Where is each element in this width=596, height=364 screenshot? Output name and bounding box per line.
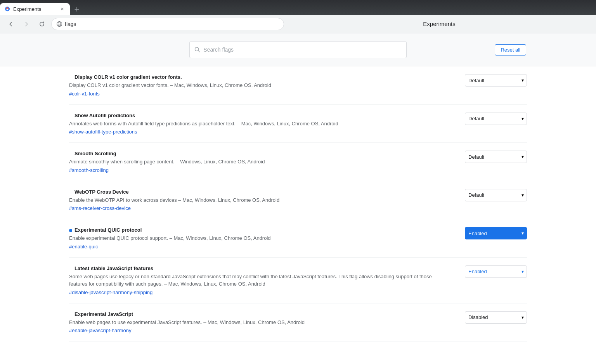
flag-link[interactable]: #enable-javascript-harmony [69,328,131,333]
flag-title: Latest stable JavaScript features [69,265,449,271]
active-tab[interactable]: Experiments ✕ [0,3,70,15]
flag-item: Experimental JavaScript Enable web pages… [69,303,527,342]
flag-item: WebOTP Cross Device Enable the WebOTP AP… [69,181,527,220]
flag-title: Display COLR v1 color gradient vector fo… [69,74,449,80]
flag-description: Enable experimental QUIC protocol suppor… [69,234,449,242]
flag-description: Enable the WebOTP API to work across dev… [69,196,449,204]
flag-description: Display COLR v1 color gradient vector fo… [69,81,449,89]
flag-title: Smooth Scrolling [69,151,449,156]
flag-link[interactable]: #enable-quic [69,244,98,250]
address-bar[interactable]: flags [51,18,284,30]
flag-control: DefaultEnabledDisabled [465,74,527,87]
tab-close-button[interactable]: ✕ [59,6,65,12]
flag-select-wrapper: DefaultEnabledDisabled [465,265,527,278]
refresh-button[interactable] [36,18,48,30]
flag-link[interactable]: #show-autofill-type-predictions [69,129,137,135]
search-input[interactable] [203,47,402,53]
flag-link[interactable]: #disable-javascript-harmony-shipping [69,289,152,295]
flag-item-content: Experimental QUIC protocol Enable experi… [69,227,465,250]
flag-select-wrapper: DefaultEnabledDisabled [465,113,527,125]
flag-control: DefaultEnabledDisabled [465,265,527,278]
flag-item: Experimental QUIC protocol Enable experi… [69,219,527,258]
flag-title: Experimental JavaScript [69,311,449,317]
search-bar-container: Reset all [0,33,596,66]
page-content: Reset all Display COLR v1 color gradient… [0,33,596,364]
flag-select[interactable]: DefaultEnabledDisabled [465,189,527,201]
flag-dot [69,229,72,232]
flag-item: Smooth Scrolling Animate smoothly when s… [69,143,527,181]
flag-select[interactable]: DefaultEnabledDisabled [465,227,527,239]
address-text: flags [65,21,76,27]
flag-item-content: Show Autofill predictions Annotates web … [69,113,465,135]
flag-select-wrapper: DefaultEnabledDisabled [465,74,527,87]
flag-title: Experimental QUIC protocol [69,227,449,233]
page-title-center: Experiments [287,21,591,27]
search-icon [194,47,200,53]
flag-control: DefaultEnabledDisabled [465,113,527,125]
flag-select-wrapper: DefaultEnabledDisabled [465,151,527,163]
flag-item: Latest stable JavaScript features Some w… [69,258,527,303]
flag-control: DefaultEnabledDisabled [465,311,527,324]
flag-item-content: Display COLR v1 color gradient vector fo… [69,74,465,97]
flag-control: DefaultEnabledDisabled [465,189,527,201]
svg-line-8 [198,50,199,52]
flag-item-content: Experimental JavaScript Enable web pages… [69,311,465,334]
flag-description: Enable web pages to use experimental Jav… [69,319,449,326]
browser-chrome: Experiments ✕ flag [0,0,596,33]
flag-link[interactable]: #smooth-scrolling [69,167,109,173]
nav-bar: flags Experiments [0,15,596,33]
flag-link[interactable]: #colr-v1-fonts [69,91,100,97]
flag-item-content: Latest stable JavaScript features Some w… [69,265,465,295]
flag-select[interactable]: DefaultEnabledDisabled [465,74,527,87]
flag-select-wrapper: DefaultEnabledDisabled [465,189,527,201]
flags-list: Display COLR v1 color gradient vector fo… [46,66,550,341]
flag-item-content: WebOTP Cross Device Enable the WebOTP AP… [69,189,465,211]
flag-description: Some web pages use legacy or non-standar… [69,273,449,288]
flag-select[interactable]: DefaultEnabledDisabled [465,265,527,278]
address-favicon-icon [56,21,62,27]
tab-bar: Experiments ✕ [0,0,596,15]
flag-item-content: Smooth Scrolling Animate smoothly when s… [69,151,465,173]
flag-select[interactable]: DefaultEnabledDisabled [465,151,527,163]
flag-description: Animate smoothly when scrolling page con… [69,158,449,166]
tab-favicon-icon [5,6,10,12]
tab-title: Experiments [13,6,56,12]
flag-select-wrapper: DefaultEnabledDisabled [465,227,527,239]
new-tab-button[interactable] [71,4,82,15]
back-button[interactable] [5,18,17,30]
flag-select[interactable]: DefaultEnabledDisabled [465,311,527,324]
search-bar [189,41,407,58]
flag-select-wrapper: DefaultEnabledDisabled [465,311,527,324]
flag-description: Annotates web forms with Autofill field … [69,120,449,128]
flag-title: WebOTP Cross Device [69,189,449,195]
forward-button [20,18,33,30]
reset-all-button[interactable]: Reset all [495,44,526,55]
flag-link[interactable]: #sms-receiver-cross-device [69,205,131,211]
flag-control: DefaultEnabledDisabled [465,227,527,239]
flag-item: Display COLR v1 color gradient vector fo… [69,66,527,105]
flag-item: Show Autofill predictions Annotates web … [69,105,527,143]
flag-select[interactable]: DefaultEnabledDisabled [465,113,527,125]
flag-title: Show Autofill predictions [69,113,449,118]
flag-control: DefaultEnabledDisabled [465,151,527,163]
